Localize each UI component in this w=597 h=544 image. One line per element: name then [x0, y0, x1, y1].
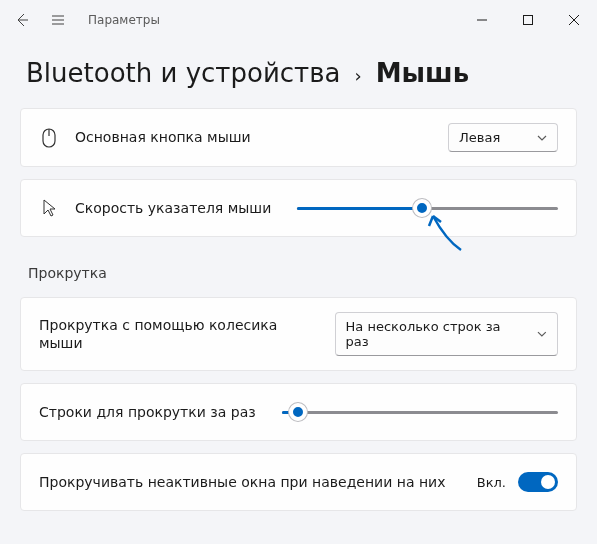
chevron-down-icon — [537, 329, 547, 339]
lines-per-scroll-slider[interactable] — [282, 403, 558, 421]
wheel-scroll-dropdown[interactable]: На несколько строк за раз — [335, 312, 558, 356]
titlebar: Параметры — [0, 0, 597, 40]
back-button[interactable] — [12, 10, 32, 30]
section-title-scrolling: Прокрутка — [20, 249, 577, 285]
pointer-speed-slider[interactable] — [297, 199, 558, 217]
setting-scroll-inactive: Прокручивать неактивные окна при наведен… — [20, 453, 577, 511]
setting-wheel-scroll: Прокрутка с помощью колесика мыши На нес… — [20, 297, 577, 371]
setting-label: Прокручивать неактивные окна при наведен… — [39, 473, 461, 491]
setting-label: Строки для прокрутки за раз — [39, 403, 256, 421]
chevron-right-icon: › — [354, 65, 361, 86]
maximize-button[interactable] — [505, 0, 551, 40]
setting-primary-button: Основная кнопка мыши Левая — [20, 108, 577, 167]
breadcrumb: Bluetooth и устройства › Мышь — [0, 40, 597, 108]
minimize-button[interactable] — [459, 0, 505, 40]
chevron-down-icon — [537, 133, 547, 143]
setting-label: Основная кнопка мыши — [75, 128, 432, 146]
setting-lines-per-scroll: Строки для прокрутки за раз — [20, 383, 577, 441]
dropdown-value: Левая — [459, 130, 500, 145]
menu-icon[interactable] — [48, 10, 68, 30]
setting-label: Скорость указателя мыши — [75, 199, 271, 217]
breadcrumb-current: Мышь — [376, 58, 469, 88]
close-button[interactable] — [551, 0, 597, 40]
scroll-inactive-toggle[interactable] — [518, 472, 558, 492]
dropdown-value: На несколько строк за раз — [346, 319, 524, 349]
setting-label: Прокрутка с помощью колесика мыши — [39, 316, 319, 352]
cursor-icon — [39, 198, 59, 218]
setting-pointer-speed: Скорость указателя мыши — [20, 179, 577, 237]
svg-rect-0 — [524, 16, 533, 25]
primary-button-dropdown[interactable]: Левая — [448, 123, 558, 152]
breadcrumb-parent[interactable]: Bluetooth и устройства — [26, 58, 340, 88]
window-title: Параметры — [88, 13, 160, 27]
mouse-icon — [39, 128, 59, 148]
toggle-state-label: Вкл. — [477, 475, 506, 490]
